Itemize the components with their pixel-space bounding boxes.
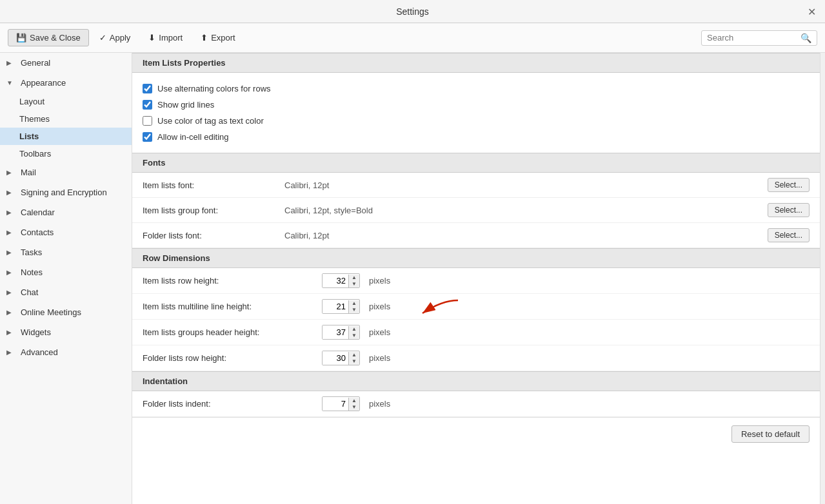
sidebar-item-layout[interactable]: Layout — [0, 93, 132, 110]
select-font-group-button[interactable]: Select... — [768, 203, 810, 217]
sidebar: ▶ General ▼ Appearance Layout Themes Lis… — [0, 53, 132, 504]
chevron-right-icon: ▶ — [6, 189, 14, 196]
indentation-header: Indentation — [132, 371, 820, 391]
sidebar-item-chat[interactable]: ▶ Chat — [0, 282, 132, 302]
grid-lines-checkbox[interactable] — [143, 100, 152, 110]
dim-input-multiline-height[interactable] — [323, 300, 348, 313]
chevron-right-icon: ▶ — [6, 169, 14, 176]
spinner-down[interactable]: ▼ — [349, 307, 359, 313]
dim-label-item-lists-height: Item lists row height: — [143, 276, 317, 286]
dim-unit-folder-height: pixels — [369, 353, 390, 363]
chevron-right-icon: ▶ — [6, 59, 14, 66]
right-border — [820, 53, 825, 504]
checkbox-row-grid-lines: Show grid lines — [143, 97, 810, 113]
sidebar-item-appearance[interactable]: ▼ Appearance — [0, 73, 132, 93]
row-dimensions-content: Item lists row height: ▲ ▼ pixels Item l… — [132, 268, 820, 371]
select-font-item-lists-button[interactable]: Select... — [768, 178, 810, 192]
dim-row-folder-height: Folder lists row height: ▲ ▼ pixels — [132, 345, 820, 371]
import-button[interactable]: ⬇ Import — [141, 30, 190, 46]
font-label-item-lists: Item lists font: — [143, 180, 284, 190]
spinner-up[interactable]: ▲ — [349, 275, 359, 281]
sidebar-item-label: Calendar — [21, 208, 55, 217]
dim-label-multiline-height: Item lists multiline line height: — [143, 302, 317, 311]
export-button[interactable]: ⬆ Export — [193, 30, 243, 46]
sidebar-item-contacts[interactable]: ▶ Contacts — [0, 222, 132, 242]
sidebar-item-label: Chat — [21, 287, 38, 297]
apply-button[interactable]: ✓ Apply — [92, 30, 139, 46]
dim-input-wrap-item-lists-height: ▲ ▼ — [322, 273, 360, 288]
alt-colors-checkbox[interactable] — [143, 84, 152, 93]
fonts-header: Fonts — [132, 153, 820, 173]
dim-input-item-lists-height[interactable] — [323, 274, 348, 287]
sidebar-item-tasks[interactable]: ▶ Tasks — [0, 242, 132, 262]
sidebar-item-toolbars[interactable]: Toolbars — [0, 145, 132, 162]
sidebar-item-themes[interactable]: Themes — [0, 110, 132, 128]
sidebar-item-label: General — [21, 58, 50, 68]
spinner-up[interactable]: ▲ — [349, 326, 359, 333]
chevron-right-icon: ▶ — [6, 289, 14, 296]
font-value-folder: Calibri, 12pt — [284, 231, 768, 240]
sidebar-item-widgets[interactable]: ▶ Widgets — [0, 322, 132, 342]
chevron-right-icon: ▶ — [6, 249, 14, 256]
dim-input-groups-header-height[interactable] — [323, 325, 348, 339]
dim-input-wrap-groups-header-height: ▲ ▼ — [322, 325, 360, 340]
font-row-item-lists: Item lists font: Calibri, 12pt Select... — [132, 173, 820, 198]
spinner-down[interactable]: ▼ — [349, 333, 359, 339]
dim-input-wrap-folder-height: ▲ ▼ — [322, 351, 360, 365]
font-label-folder: Folder lists font: — [143, 231, 284, 240]
search-input[interactable] — [707, 33, 798, 43]
main-content: ▶ General ▼ Appearance Layout Themes Lis… — [0, 53, 825, 504]
reset-bar: Reset to default — [132, 417, 820, 451]
chevron-right-icon: ▶ — [6, 229, 14, 236]
spinner-up[interactable]: ▲ — [349, 352, 359, 358]
dim-input-folder-indent[interactable] — [323, 397, 348, 411]
chevron-right-icon: ▶ — [6, 329, 14, 336]
save-close-button[interactable]: 💾 Save & Close — [8, 29, 89, 46]
dim-row-multiline-height: Item lists multiline line height: ▲ ▼ pi… — [132, 294, 820, 320]
sidebar-item-general[interactable]: ▶ General — [0, 53, 132, 73]
tag-color-checkbox[interactable] — [143, 116, 152, 126]
spinner-up[interactable]: ▲ — [349, 398, 359, 404]
sidebar-item-mail[interactable]: ▶ Mail — [0, 162, 132, 182]
item-lists-properties-content: Use alternating colors for rows Show gri… — [132, 73, 820, 153]
check-icon: ✓ — [99, 33, 106, 43]
in-cell-edit-checkbox[interactable] — [143, 132, 152, 142]
sidebar-item-label: Signing and Encryption — [21, 188, 107, 197]
sidebar-item-label: Toolbars — [19, 149, 51, 159]
sidebar-item-online-meetings[interactable]: ▶ Online Meetings — [0, 302, 132, 322]
sidebar-item-lists[interactable]: Lists — [0, 128, 132, 145]
spinner-up[interactable]: ▲ — [349, 300, 359, 307]
indentation-content: Folder lists indent: ▲ ▼ pixels — [132, 391, 820, 417]
checkbox-row-in-cell-edit: Allow in-cell editing — [143, 129, 810, 145]
export-icon: ⬆ — [201, 33, 208, 43]
dim-row-item-lists-height: Item lists row height: ▲ ▼ pixels — [132, 268, 820, 294]
fonts-content: Item lists font: Calibri, 12pt Select...… — [132, 173, 820, 248]
font-row-group: Item lists group font: Calibri, 12pt, st… — [132, 198, 820, 223]
select-font-folder-button[interactable]: Select... — [768, 228, 810, 242]
chevron-right-icon: ▶ — [6, 349, 14, 356]
window-title: Settings — [396, 6, 429, 17]
content-area: Item Lists Properties Use alternating co… — [132, 53, 820, 504]
spinner-folder-indent: ▲ ▼ — [348, 398, 359, 411]
spinner-down[interactable]: ▼ — [349, 404, 359, 411]
dim-label-groups-header-height: Item lists groups header height: — [143, 327, 317, 337]
dim-unit-multiline-height: pixels — [369, 302, 390, 311]
save-icon: 💾 — [16, 33, 26, 43]
title-bar: Settings ✕ — [0, 0, 825, 23]
close-button[interactable]: ✕ — [804, 4, 820, 19]
sidebar-item-notes[interactable]: ▶ Notes — [0, 262, 132, 282]
spinner-item-lists-height: ▲ ▼ — [348, 275, 359, 287]
reset-to-default-button[interactable]: Reset to default — [731, 425, 810, 443]
sidebar-item-label: Appearance — [21, 78, 66, 88]
sidebar-item-advanced[interactable]: ▶ Advanced — [0, 342, 132, 362]
font-label-group: Item lists group font: — [143, 206, 284, 215]
in-cell-edit-label: Allow in-cell editing — [157, 132, 229, 142]
sidebar-item-calendar[interactable]: ▶ Calendar — [0, 202, 132, 222]
spinner-down[interactable]: ▼ — [349, 281, 359, 287]
dim-input-folder-height[interactable] — [323, 351, 348, 365]
spinner-down[interactable]: ▼ — [349, 358, 359, 365]
alt-colors-label: Use alternating colors for rows — [157, 84, 271, 93]
chevron-right-icon: ▶ — [6, 209, 14, 216]
sidebar-item-signing[interactable]: ▶ Signing and Encryption — [0, 182, 132, 202]
search-box: 🔍 — [701, 30, 817, 46]
